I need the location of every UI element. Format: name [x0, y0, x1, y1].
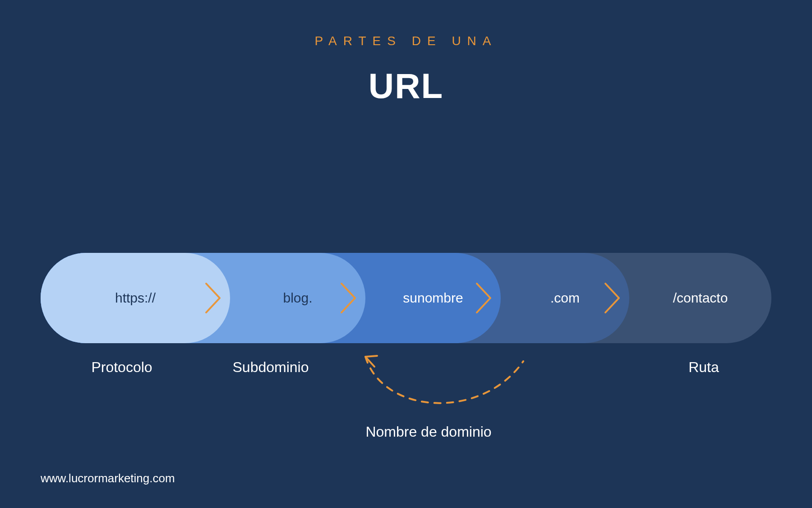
footer-credit: www.lucrormarketing.com — [41, 471, 175, 485]
title-text: URL — [0, 65, 812, 107]
subtitle-text: PARTES DE UNA — [0, 34, 812, 48]
label-path: Ruta — [636, 359, 771, 376]
label-subdomain: Subdominio — [189, 359, 352, 376]
label-domain-name: Nombre de dominio — [365, 423, 492, 441]
pill-path-text: /contacto — [629, 290, 771, 306]
pill-subdomain-text: blog. — [230, 290, 365, 306]
pill-protocol-text: https:// — [41, 290, 230, 306]
labels-row: Protocolo Subdominio Ruta — [41, 359, 771, 386]
label-protocol: Protocolo — [41, 359, 203, 376]
pill-tld-text: .com — [501, 290, 629, 306]
pill-domain-text: sunombre — [365, 290, 501, 306]
pill-protocol: https:// — [41, 253, 230, 343]
url-parts-diagram: /contacto .com sunombre blog. https:// — [41, 253, 771, 343]
